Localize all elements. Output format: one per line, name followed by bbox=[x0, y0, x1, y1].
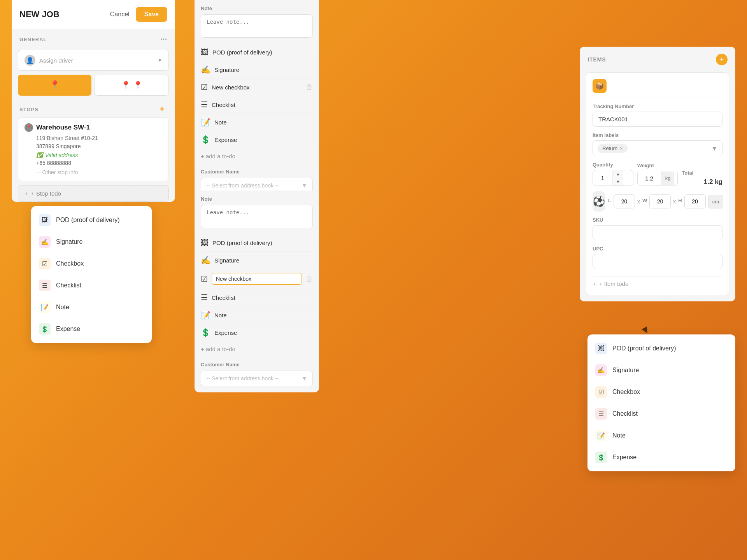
pin-icon: 📍 bbox=[49, 80, 60, 90]
delete-checkbox-bottom[interactable]: 🗑 bbox=[306, 275, 313, 283]
item-checklist-icon: ☰ bbox=[595, 408, 607, 420]
address-book-placeholder-bottom: -- Select from address book -- bbox=[207, 375, 279, 382]
items-title: ITEMS bbox=[587, 56, 606, 63]
item-pod-label: POD (proof of delivery) bbox=[612, 345, 676, 352]
pod-label-bottom: POD (proof of delivery) bbox=[212, 240, 272, 246]
item-todo-dropdown-item-pod[interactable]: 🖼 POD (proof of delivery) bbox=[587, 338, 735, 359]
return-label-tag: Return × bbox=[598, 144, 628, 153]
note-input-bottom[interactable] bbox=[201, 205, 313, 228]
customer-label-top: Customer Name bbox=[201, 169, 313, 175]
item-todo-dropdown-item-note[interactable]: 📝 Note bbox=[587, 425, 735, 446]
note-icon-top: 📝 bbox=[201, 117, 210, 127]
tracking-number-input[interactable] bbox=[593, 112, 722, 127]
save-button[interactable]: Save bbox=[136, 7, 167, 22]
note-icon-bottom: 📝 bbox=[201, 310, 210, 320]
note-text-top: Note bbox=[214, 119, 227, 126]
item-todo-dropdown-item-signature[interactable]: ✍ Signature bbox=[587, 359, 735, 381]
todo-dropdown-item-pod[interactable]: 🖼 POD (proof of delivery) bbox=[31, 209, 152, 231]
driver-text: Assign driver bbox=[39, 57, 154, 64]
new-checkbox-input[interactable] bbox=[212, 273, 302, 285]
note-section-bottom: Note bbox=[195, 191, 319, 230]
todo-dropdown-item-expense[interactable]: 💲 Expense bbox=[31, 318, 152, 340]
location-dots-icon2: 📍 bbox=[133, 80, 143, 90]
item-todo-dropdown-item-checkbox[interactable]: ☑ Checkbox bbox=[587, 381, 735, 403]
qty-up-button[interactable]: ▲ bbox=[613, 170, 623, 178]
item-checkbox-icon: ☑ bbox=[595, 386, 607, 398]
todo-dropdown-item-note[interactable]: 📝 Note bbox=[31, 296, 152, 318]
todo-dropdown-item-checklist[interactable]: ☰ Checklist bbox=[31, 275, 152, 296]
warehouse-address: 119 Bishan Street #10-21 387899 Singapor… bbox=[36, 134, 162, 150]
dim-l-input[interactable] bbox=[614, 194, 635, 208]
middle-top-panel: Note 🖼 POD (proof of delivery) ✍ Signatu… bbox=[195, 0, 319, 200]
general-dots-button[interactable]: ··· bbox=[160, 35, 167, 44]
sku-input[interactable] bbox=[593, 225, 722, 240]
item-labels-row: Return × ▼ bbox=[593, 140, 722, 156]
checkbox-icon: ☑ bbox=[39, 258, 51, 270]
todo-list-item-note-bottom: 📝 Note bbox=[201, 306, 313, 324]
sku-label: SKU bbox=[593, 217, 722, 223]
signature-icon: ✍ bbox=[39, 236, 51, 248]
cancel-button[interactable]: Cancel bbox=[110, 11, 130, 18]
todo-dropdown-item-checkbox[interactable]: ☑ Checkbox bbox=[31, 253, 152, 275]
remove-label-button[interactable]: × bbox=[620, 145, 623, 151]
todo-list-item-expense-bottom: 💲 Expense bbox=[201, 324, 313, 341]
item-card-header: 📦 bbox=[593, 79, 722, 98]
todo-list-top: 🖼 POD (proof of delivery) ✍ Signature ☑ … bbox=[195, 39, 319, 148]
dim-l-label: L bbox=[608, 198, 611, 203]
quantity-input-wrap: ▲ ▼ bbox=[593, 170, 633, 186]
dim-h-input[interactable] bbox=[684, 194, 706, 208]
assign-driver-dropdown[interactable]: 👤 Assign driver ▼ bbox=[18, 50, 169, 71]
expense-label: Expense bbox=[56, 326, 80, 332]
upc-input[interactable] bbox=[593, 254, 722, 269]
item-todo-button[interactable]: + + Item todo bbox=[593, 276, 722, 289]
item-todo-dropdown-item-expense[interactable]: 💲 Expense bbox=[587, 446, 735, 468]
weight-section: Weight kg bbox=[637, 163, 678, 186]
plus-icon-top: + add a to-do bbox=[201, 153, 235, 159]
delete-checkbox-top[interactable]: 🗑 bbox=[306, 83, 313, 91]
weight-input[interactable] bbox=[638, 171, 661, 186]
plus-icon-bottom: + add a to-do bbox=[201, 346, 235, 352]
item-pod-icon: 🖼 bbox=[595, 343, 607, 354]
signature-label-top: Signature bbox=[214, 66, 239, 73]
item-checklist-label: Checklist bbox=[612, 410, 638, 417]
quantity-input[interactable] bbox=[593, 171, 612, 185]
item-card: 📦 Tracking Number Item labels Return × ▼… bbox=[586, 72, 729, 295]
cursor bbox=[643, 327, 651, 339]
item-signature-icon: ✍ bbox=[595, 364, 607, 376]
add-todo-button-bottom[interactable]: + add a to-do bbox=[195, 341, 319, 357]
quantity-stepper[interactable]: ▲ ▼ bbox=[612, 170, 623, 186]
total-value: 1.2 kg bbox=[682, 178, 722, 186]
expense-icon: 💲 bbox=[39, 323, 51, 335]
todo-dropdown-item-signature[interactable]: ✍ Signature bbox=[31, 231, 152, 253]
stops-map-button[interactable]: 📍 📍 bbox=[95, 75, 169, 96]
expense-label-top: Expense bbox=[214, 136, 237, 143]
address-book-select-bottom[interactable]: -- Select from address book -- ▼ bbox=[201, 371, 313, 386]
expense-label-bottom: Expense bbox=[214, 329, 237, 336]
qty-down-button[interactable]: ▼ bbox=[613, 178, 623, 186]
dimensions-row: ⚽ L x W x H cm bbox=[593, 191, 722, 212]
note-label-bottom: Note bbox=[201, 196, 313, 202]
warehouse-card: 📍 Warehouse SW-1 119 Bishan Street #10-2… bbox=[18, 117, 169, 181]
dim-w-input[interactable] bbox=[649, 194, 671, 208]
qty-weight-row: Quantity ▲ ▼ Weight kg Total 1.2 k bbox=[593, 162, 722, 186]
other-stop-info[interactable]: ··· Other stop info bbox=[36, 169, 162, 175]
add-todo-button-top[interactable]: + add a to-do bbox=[195, 148, 319, 164]
stops-label: STOPS bbox=[19, 107, 39, 112]
add-item-button[interactable]: + bbox=[716, 54, 728, 65]
add-stop-button[interactable]: + bbox=[157, 104, 167, 114]
checkbox-icon-bottom: ☑ bbox=[201, 274, 208, 284]
general-section-header: GENERAL ··· bbox=[12, 29, 175, 47]
pickup-map-button[interactable]: 📍 bbox=[18, 75, 91, 96]
location-circle-icon: 📍 bbox=[25, 123, 33, 132]
pod-icon-top: 🖼 bbox=[201, 48, 209, 57]
item-todo-dropdown-item-checklist[interactable]: ☰ Checklist bbox=[587, 403, 735, 425]
phone-number: +65 88888888 bbox=[36, 160, 162, 166]
checkbox-icon-top: ☑ bbox=[201, 82, 208, 92]
signature-icon-bottom: ✍ bbox=[201, 256, 210, 265]
todo-list-item-checklist: ☰ Checklist bbox=[201, 96, 313, 114]
note-input-top[interactable] bbox=[201, 14, 313, 38]
pod-label-top: POD (proof of delivery) bbox=[212, 49, 272, 56]
item-note-label: Note bbox=[612, 432, 626, 439]
stop-todo-button[interactable]: + + Stop todo bbox=[18, 185, 169, 202]
middle-bottom-panel: Note 🖼 POD (proof of delivery) ✍ Signatu… bbox=[195, 191, 319, 392]
